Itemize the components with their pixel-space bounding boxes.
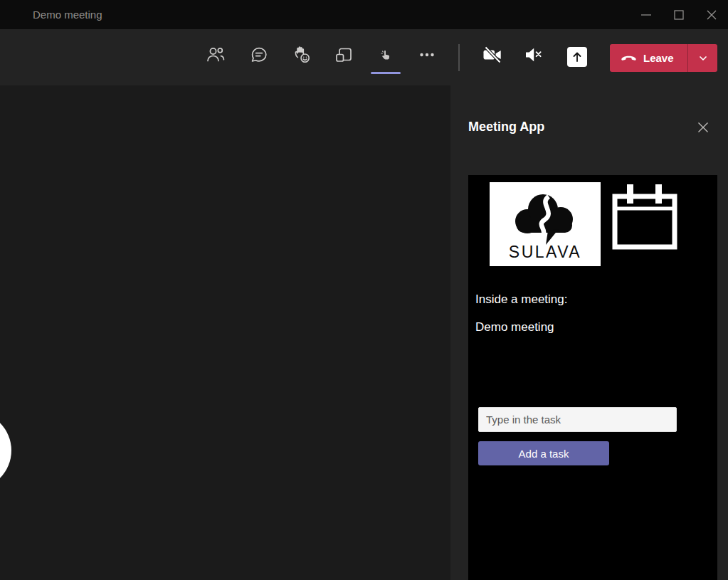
leave-button[interactable]: Leave: [610, 44, 687, 72]
leave-button-label: Leave: [643, 52, 674, 64]
sulava-logo-text: SULAVA: [509, 244, 581, 260]
pointer-hand-icon: [380, 49, 392, 61]
chat-icon: [249, 45, 269, 65]
close-window-button[interactable]: [695, 0, 728, 29]
audio-toggle-button[interactable]: [518, 39, 549, 70]
share-screen-button[interactable]: [567, 47, 587, 67]
context-label: Inside a meeting:: [475, 292, 567, 307]
meeting-stage: [0, 85, 450, 580]
participants-button[interactable]: [200, 39, 231, 70]
selected-tab-underline: [371, 72, 401, 74]
participant-avatar-circle: [0, 411, 11, 490]
maximize-icon: [671, 7, 687, 23]
meeting-name-text: Demo meeting: [475, 320, 554, 334]
maximize-button[interactable]: [663, 0, 695, 29]
chevron-down-icon: [697, 53, 709, 64]
close-icon: [696, 120, 710, 135]
toolbar-divider: [458, 44, 460, 71]
camera-off-icon: [482, 44, 503, 65]
reactions-button[interactable]: [286, 39, 317, 70]
reactions-icon: [291, 44, 312, 65]
hang-up-icon: [621, 50, 637, 66]
camera-toggle-button[interactable]: [477, 39, 508, 70]
more-options-button[interactable]: [411, 39, 443, 70]
breakout-rooms-button[interactable]: [328, 39, 359, 70]
title-bar: Demo meeting: [0, 0, 728, 29]
participants-icon: [206, 45, 226, 65]
meeting-app-tab-button[interactable]: [370, 39, 401, 70]
close-icon: [704, 7, 719, 23]
leave-options-button[interactable]: [688, 44, 717, 72]
minimize-button[interactable]: [630, 0, 663, 29]
minimize-icon: [638, 7, 654, 23]
task-input[interactable]: [478, 407, 677, 432]
window-controls: [630, 0, 728, 29]
sulava-logo: SULAVA: [490, 182, 601, 266]
speaker-muted-icon: [523, 44, 544, 65]
meeting-app-card: SULAVA Inside a meeting: Demo meeting Ad…: [468, 175, 717, 580]
meeting-toolbar: Leave: [0, 29, 728, 85]
share-screen-icon: [570, 50, 584, 64]
window-title: Demo meeting: [33, 0, 102, 29]
meeting-app-panel: Meeting App: [450, 85, 728, 580]
close-panel-button[interactable]: [695, 120, 711, 135]
calendar-icon: [608, 181, 681, 253]
meeting-window: Demo meeting: [0, 0, 728, 580]
cloud-s-logo-icon: [505, 186, 585, 246]
leave-split-button: Leave: [610, 44, 717, 72]
panel-title: Meeting App: [468, 120, 544, 135]
breakout-rooms-icon: [334, 45, 354, 65]
chat-button[interactable]: [243, 39, 275, 70]
more-icon: [417, 45, 437, 65]
add-task-button[interactable]: Add a task: [478, 441, 609, 465]
